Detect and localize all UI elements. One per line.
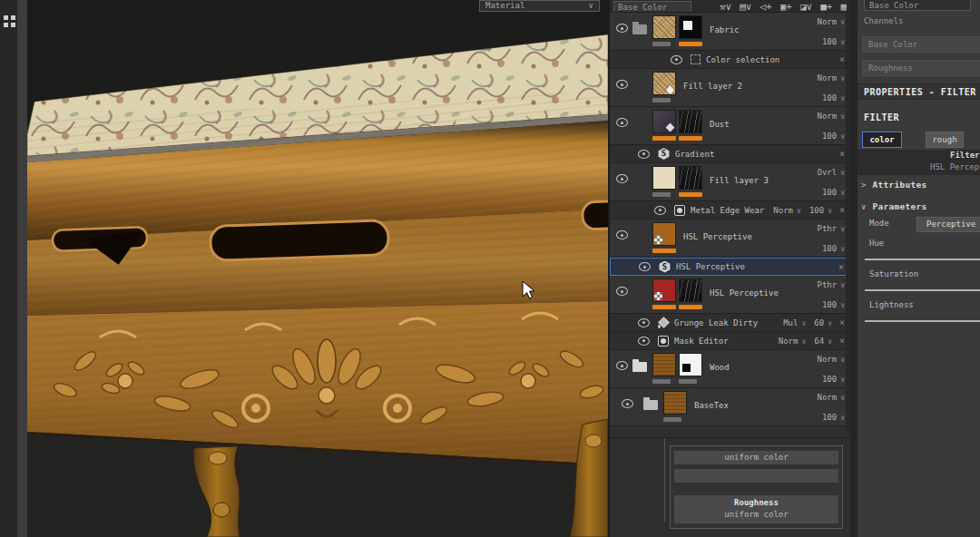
attributes-section-toggle[interactable]: > Attributes [861,180,927,190]
layer-row-fill-layer-2[interactable]: Fill layer 2 Norm 100 [610,69,850,107]
channel-item-base-color[interactable]: Base Color [862,36,980,53]
layer-row-fabric[interactable]: Fabric Norm 100 [610,13,850,51]
parameters-section-toggle[interactable]: ∨ Parameters [861,201,927,211]
layer-thumbnail[interactable] [652,278,676,302]
layer-row-hsl-perceptive-2[interactable]: HSL Perceptive Pthr 100 [610,276,850,314]
layer-row-dust[interactable]: Dust Norm 100 [610,107,850,145]
delete-effect-icon[interactable]: × [839,336,845,346]
opacity-dropdown[interactable]: 100 [822,93,845,103]
effect-name[interactable]: HSL Perceptive [676,262,745,271]
delete-effect-icon[interactable]: × [839,54,845,64]
opacity-dropdown[interactable]: 100 [822,375,845,384]
roughness-slot-block[interactable]: Roughness uniform color [674,495,838,523]
mode-dropdown[interactable]: Perceptive [916,217,980,232]
blend-mode-dropdown[interactable]: Norm [817,112,845,121]
delete-layer-icon[interactable]: ▦ [840,3,847,12]
effect-row-hsl-perceptive-selected[interactable]: S HSL Perceptive × [610,258,850,276]
visibility-eye-icon[interactable] [615,229,631,241]
delete-effect-icon[interactable]: × [838,262,844,272]
effect-name[interactable]: Mask Editor [674,337,729,346]
add-fill-layer-icon[interactable]: ▣+ [780,3,792,12]
visibility-eye-icon[interactable] [637,335,652,347]
visibility-eye-icon[interactable] [637,148,652,161]
layer-name[interactable]: HSL Perceptive [683,232,752,257]
blend-mode-dropdown[interactable]: Norm [779,337,807,346]
blend-mode-dropdown[interactable]: Ovrl [817,168,845,177]
blend-mode-dropdown[interactable]: Norm [817,393,845,402]
blend-mode-dropdown[interactable]: Norm [817,355,845,364]
layer-name[interactable]: HSL Perceptive [710,288,779,313]
opacity-dropdown[interactable]: 100 [822,132,845,141]
blend-mode-dropdown[interactable]: Norm [817,17,845,26]
effect-name[interactable]: Gradient [675,150,714,159]
effect-row-gradient[interactable]: S Gradient × [610,145,850,163]
visibility-eye-icon[interactable] [615,22,631,34]
properties-top-dropdown[interactable]: Base Color [864,0,971,11]
layer-thumbnail[interactable] [652,222,676,246]
visibility-eye-icon[interactable] [621,397,636,410]
opacity-dropdown[interactable]: 64 [814,337,832,346]
mask-thumbnail[interactable] [679,166,702,190]
layer-thumbnail[interactable] [652,353,676,376]
delete-effect-icon[interactable]: × [839,149,845,159]
lightness-slider[interactable] [865,317,980,326]
layer-thumbnail[interactable] [652,166,676,190]
layer-row-hsl-perceptive-1[interactable]: HSL Perceptive Pthr 100 [610,220,850,258]
effect-name[interactable]: Color selection [706,55,779,64]
uniform-color-slot[interactable]: uniform color [674,451,838,464]
layer-tools-icon[interactable]: ⚒∨ [720,3,731,12]
filter-channel-color-button[interactable]: color [862,132,902,148]
filter-resource-slot[interactable]: Filter HSL Perceptive [858,150,980,175]
mask-thumbnail[interactable] [679,278,702,302]
blend-mode-dropdown[interactable]: Mul [783,318,806,327]
visibility-eye-icon[interactable] [670,54,685,66]
opacity-dropdown[interactable]: 100 [822,413,845,422]
layer-name[interactable]: BaseTex [694,401,729,425]
viewport-3d-scene[interactable]: Material ∨ [27,0,608,537]
visibility-eye-icon[interactable] [615,359,631,372]
effect-row-color-selection[interactable]: Color selection × [610,51,850,69]
layer-thumbnail[interactable] [652,15,676,39]
layer-name[interactable]: Fill layer 3 [710,176,769,200]
visibility-eye-icon[interactable] [615,78,631,91]
delete-effect-icon[interactable]: × [839,205,845,215]
saturation-slider[interactable] [865,286,980,295]
opacity-dropdown[interactable]: 100 [822,244,845,253]
visibility-eye-icon[interactable] [637,317,652,329]
layer-name[interactable]: Fabric [710,25,740,50]
effect-row-metal-edge-wear[interactable]: Metal Edge Wear Norm 100 × [610,201,850,220]
add-mask-icon[interactable]: ◪∨ [800,3,812,12]
apps-grid-icon[interactable] [4,15,15,27]
visibility-eye-icon[interactable] [615,172,631,185]
opacity-dropdown[interactable]: 60 [814,318,832,327]
add-layer-icon[interactable]: ▤∨ [740,3,751,12]
blend-mode-dropdown[interactable]: Pthr [817,280,845,289]
visibility-eye-icon[interactable] [615,116,631,129]
opacity-dropdown[interactable]: 100 [822,188,845,197]
mask-thumbnail[interactable] [679,110,702,133]
layer-thumbnail[interactable] [652,72,676,95]
material-selector-dropdown[interactable]: Material ∨ [479,0,600,12]
visibility-eye-icon[interactable] [615,285,631,298]
layer-row-fill-layer-3[interactable]: Fill layer 3 Ovrl 100 [610,163,850,201]
layer-name[interactable]: Fill layer 2 [683,82,742,106]
effect-row-grunge-leak-dirty[interactable]: Grunge Leak Dirty Mul 60 × [610,314,850,332]
layer-name[interactable]: Wood [710,363,730,387]
opacity-dropdown[interactable]: 100 [809,206,832,215]
layer-thumbnail[interactable] [663,391,687,415]
visibility-eye-icon[interactable] [653,204,669,217]
blend-mode-dropdown[interactable]: Norm [817,73,845,83]
opacity-dropdown[interactable]: 100 [822,300,845,309]
add-folder-icon[interactable]: ◁+ [760,3,771,12]
effect-row-mask-editor[interactable]: Mask Editor Norm 64 × [610,332,850,350]
blend-mode-dropdown[interactable]: Pthr [817,224,845,233]
blend-mode-dropdown[interactable]: Norm [773,206,801,215]
opacity-dropdown[interactable]: 100 [822,37,845,46]
effect-name[interactable]: Grunge Leak Dirty [674,318,758,327]
mask-thumbnail[interactable] [679,15,702,39]
layer-row-basetex[interactable]: BaseTex Norm 100 [610,388,850,426]
add-smart-material-icon[interactable]: ■+ [820,3,832,12]
empty-slot[interactable] [674,469,838,483]
hue-slider[interactable] [865,255,980,264]
filter-channel-rough-button[interactable]: rough [926,132,964,148]
